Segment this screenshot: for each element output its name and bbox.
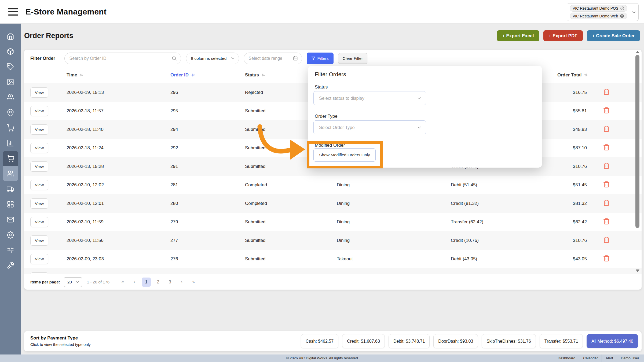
delete-order-button[interactable] bbox=[603, 217, 611, 225]
page-button-2[interactable]: 2 bbox=[153, 278, 163, 287]
sort-descending-icon[interactable] bbox=[191, 73, 195, 77]
sort-icon[interactable] bbox=[584, 73, 588, 77]
status-select[interactable]: Select status to display bbox=[313, 91, 426, 105]
scrollbar-thumb[interactable] bbox=[635, 55, 639, 228]
sidebar-item-preferences[interactable] bbox=[3, 242, 18, 258]
sidebar-item-reports[interactable] bbox=[3, 135, 18, 151]
filters-button-label: Filters bbox=[317, 56, 328, 61]
sidebar-item-cart[interactable] bbox=[3, 120, 18, 135]
tenant-tag-label: VIC Restaurant Demo POS bbox=[573, 6, 618, 10]
footer-link-alert[interactable]: Alert bbox=[602, 354, 617, 362]
delete-order-button[interactable] bbox=[603, 199, 611, 207]
cell-order-id: 276 bbox=[170, 256, 245, 262]
sort-icon[interactable] bbox=[261, 73, 265, 77]
view-button[interactable]: View bbox=[30, 254, 48, 264]
sidebar-item-pricing[interactable] bbox=[3, 59, 18, 74]
view-button[interactable]: View bbox=[30, 143, 48, 153]
payment-filter-credit[interactable]: Credit: $1,607.63 bbox=[342, 334, 385, 348]
sidebar-item-delivery[interactable] bbox=[3, 181, 18, 197]
footer-link-calendar[interactable]: Calendar bbox=[579, 354, 602, 362]
footer-link-demo-user[interactable]: Demo User bbox=[617, 354, 643, 362]
remove-tag-icon[interactable] bbox=[620, 6, 624, 10]
tenant-selector[interactable]: VIC Restaurant Demo POS VIC Restaurant D… bbox=[567, 3, 639, 21]
sort-icon[interactable] bbox=[79, 73, 83, 77]
payment-sort-bar: Sort by Payment Type Click to view the s… bbox=[24, 331, 642, 351]
clear-filter-button[interactable]: Clear Filter bbox=[338, 53, 368, 64]
export-excel-button[interactable]: + Export Excel bbox=[497, 30, 539, 41]
table-row: View 2026-02-10, 11:56 277 Submitted Din… bbox=[24, 231, 642, 250]
sidebar-item-products[interactable] bbox=[3, 44, 18, 59]
payment-filter-skipthedishes[interactable]: SkipTheDishes: $31.76 bbox=[482, 334, 536, 348]
cell-order-id: 279 bbox=[170, 219, 245, 225]
date-range-field[interactable] bbox=[244, 53, 302, 64]
last-page-button[interactable]: » bbox=[189, 278, 198, 287]
sidebar-item-messages[interactable] bbox=[3, 212, 18, 227]
filters-button[interactable]: Filters bbox=[307, 53, 334, 64]
sidebar-item-customers[interactable] bbox=[3, 90, 18, 105]
payment-bar-title: Sort by Payment Type bbox=[30, 335, 78, 341]
view-button[interactable]: View bbox=[30, 161, 48, 172]
page-size-select[interactable]: 20 bbox=[64, 277, 82, 287]
view-button[interactable]: View bbox=[30, 106, 48, 116]
view-button[interactable]: View bbox=[30, 235, 48, 246]
chevron-down-icon bbox=[230, 56, 235, 61]
sidebar-item-staff[interactable] bbox=[3, 166, 18, 181]
sidebar-item-tools[interactable] bbox=[3, 258, 18, 273]
columns-dropdown[interactable]: 8 columns selected bbox=[186, 53, 239, 64]
delete-order-button[interactable] bbox=[603, 254, 611, 262]
shopping-cart-icon bbox=[7, 124, 14, 132]
first-page-button[interactable]: « bbox=[118, 278, 127, 287]
sidebar-item-orders-active[interactable] bbox=[3, 151, 18, 166]
view-button[interactable]: View bbox=[30, 180, 48, 190]
export-pdf-button[interactable]: + Export PDF bbox=[543, 30, 583, 41]
shopping-cart-icon bbox=[7, 155, 14, 162]
view-button[interactable]: View bbox=[30, 198, 48, 209]
footer-link-dashboard[interactable]: Dashboard bbox=[554, 354, 579, 362]
menu-icon[interactable] bbox=[8, 8, 18, 16]
view-button[interactable]: View bbox=[30, 87, 48, 98]
sidebar-item-media[interactable] bbox=[3, 74, 18, 90]
cell-payment: Transfer (62.42) bbox=[451, 219, 554, 225]
view-button[interactable]: View bbox=[30, 124, 48, 135]
delete-order-button[interactable] bbox=[603, 125, 611, 133]
tenant-tag[interactable]: VIC Restaurant Demo Web bbox=[570, 13, 627, 19]
vertical-scrollbar[interactable] bbox=[634, 50, 641, 273]
search-input[interactable] bbox=[65, 56, 181, 61]
header-order-total[interactable]: Order Total bbox=[554, 72, 602, 78]
payment-filter-cash[interactable]: Cash: $462.57 bbox=[301, 334, 338, 348]
payment-filter-transfer[interactable]: Transfer: $553.71 bbox=[540, 334, 583, 348]
order-search-field[interactable] bbox=[64, 53, 181, 64]
delete-order-button[interactable] bbox=[603, 106, 611, 114]
scroll-down-arrow[interactable] bbox=[636, 269, 639, 272]
next-page-button[interactable]: › bbox=[177, 278, 186, 287]
delete-order-button[interactable] bbox=[603, 88, 611, 96]
delete-order-button[interactable] bbox=[603, 180, 611, 188]
payment-filter-all-methods[interactable]: All Method: $6,497.40 bbox=[587, 334, 638, 348]
payment-filter-debit[interactable]: Debit: $3,748.71 bbox=[389, 334, 430, 348]
delete-order-button[interactable] bbox=[603, 236, 611, 244]
order-type-select[interactable]: Select Order Type bbox=[313, 120, 426, 134]
cell-time: 2026-02-10, 12:01 bbox=[67, 201, 170, 206]
header-time[interactable]: Time bbox=[67, 72, 170, 78]
scroll-up-arrow[interactable] bbox=[636, 51, 639, 53]
sidebar-item-home[interactable] bbox=[3, 28, 18, 44]
header-order-id[interactable]: Order ID bbox=[170, 72, 245, 78]
sidebar-item-settings[interactable] bbox=[3, 227, 18, 242]
chevron-down-icon[interactable] bbox=[631, 10, 636, 15]
page-button-1[interactable]: 1 bbox=[142, 278, 151, 287]
tenant-tag[interactable]: VIC Restaurant Demo POS bbox=[570, 5, 627, 12]
view-button[interactable]: View bbox=[30, 217, 48, 227]
delete-order-button[interactable] bbox=[603, 162, 611, 170]
sliders-icon bbox=[7, 246, 14, 254]
prev-page-button[interactable]: ‹ bbox=[130, 278, 139, 287]
remove-tag-icon[interactable] bbox=[620, 14, 624, 18]
page-button-3[interactable]: 3 bbox=[165, 278, 174, 287]
show-modified-orders-button[interactable]: Show Modified Orders Only bbox=[313, 148, 376, 162]
delete-order-button[interactable] bbox=[603, 143, 611, 151]
payment-filter-doordash[interactable]: DoorDash: $93.03 bbox=[433, 334, 478, 348]
create-sale-order-button[interactable]: + Create Sale Order bbox=[587, 30, 640, 41]
sidebar bbox=[0, 24, 21, 354]
sidebar-item-locations[interactable] bbox=[3, 105, 18, 120]
cell-time: 2026-02-19, 15:13 bbox=[67, 90, 170, 95]
sidebar-item-apps[interactable] bbox=[3, 197, 18, 212]
